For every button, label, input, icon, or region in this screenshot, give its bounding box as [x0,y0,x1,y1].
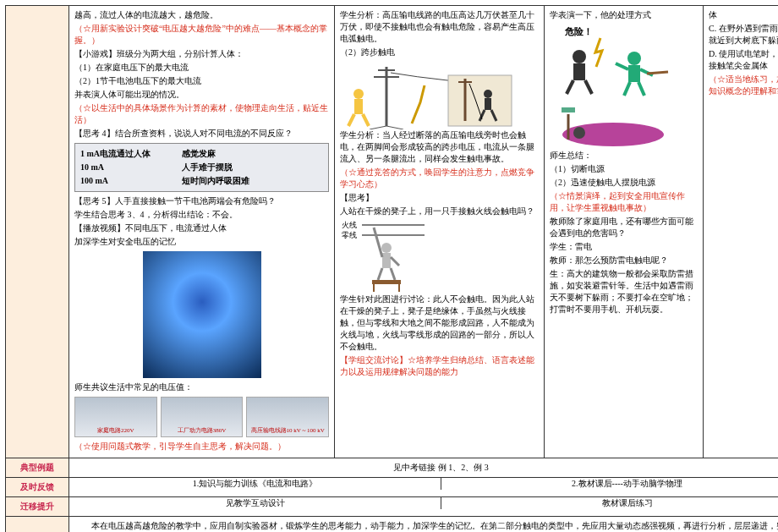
svg-point-31 [627,52,641,65]
c3-l8: 教师：那怎么预防雷电触电呢？ [550,255,698,266]
c3-l6: 教师除了家庭用电，还有哪些方面可能会遇到电的危害吗？ [550,216,698,239]
c1-l2: （☆用新实验设计突破“电压越大越危险”中的难点——基本概念的掌握。） [74,23,329,47]
c2-l3: 学生分析：当人经过断落的高压输电线旁时也会触电，在两脚间会形成较高的跨步电压，电… [340,129,539,165]
shock-cartoon: 危险！ [550,23,677,99]
svg-point-18 [381,243,392,253]
c1-l9: 【思考 5】人手直接接触一节干电池两端会有危险吗？ [74,195,329,207]
c1-l7: （☆以生活中的具体场景作为计算的素材，使物理走向生活，贴近生活） [74,102,329,126]
cap2: 工厂动力电路380V [162,427,243,436]
box-a1: 1 mA电流通过人体 [80,147,182,161]
row-transfer-wrap: 见教学互动设计 教材课后练习 [69,497,779,517]
c1-l4: （1）在家庭电压下的最大电流 [74,62,329,74]
reflection-p1: 本在电压越高越危险的教学中，应用自制实验器材，锻炼学生的思考能力，动手能力，加深… [74,520,778,532]
c1-l3: 【小游戏】班级分为两大组，分别计算人体： [74,48,329,60]
svg-point-39 [573,127,585,139]
row-label-transfer: 迁移提升 [6,497,69,517]
row-reflection-content: 本在电压越高越危险的教学中，应用自制实验器材，锻炼学生的思考能力，动手能力，加深… [69,517,779,533]
c4-l4: （☆适当地练习，加深对知识概念的理解和掌握） [709,74,778,97]
box-b3: 短时间内呼吸困难 [182,174,249,188]
feedback-left: 1.知识与能力训练《电流和电路》 [69,478,441,490]
svg-line-30 [585,80,592,94]
box-b2: 人手难于摆脱 [182,161,233,174]
svg-point-5 [353,89,364,99]
svg-line-35 [624,82,630,96]
svg-rect-6 [354,99,363,114]
c1-l8: 【思考 4】结合所查资料，说说人对不同电流的不同反应？ [74,128,329,140]
c3-l7: 学生：雷电 [550,241,698,253]
thumb-factory: 工厂动力电路380V [161,397,244,437]
c3-l2: 师生总结： [550,150,698,162]
c3-l4: （2）迅速使触电人摆脱电源 [550,177,698,189]
svg-line-8 [363,114,369,126]
c4-l3: D. 使用试电笔时，手可以接触笔尖金属体 [709,48,778,72]
c2-l7: 学生针对此图进行讨论：此人不会触电。因为此人站在干燥的凳子上，凳子是绝缘体，手虽… [340,293,539,353]
svg-line-36 [638,82,644,96]
svg-rect-41 [562,107,575,112]
feedback-right: 2.教材课后----动手动脑学物理 [441,478,778,490]
thumb-highvoltage: 高压输电线路10 kV～100 kV [246,397,329,437]
content-col-3: 学表演一下，他的处理方式 危险！ [545,6,704,458]
c1-l5: （2）1节干电池电压下的最大电流 [74,75,329,87]
row-label-feedback: 及时反馈 [6,478,69,497]
cap1: 家庭电路220V [75,427,156,436]
stool-figure: 火线 零线 [340,219,425,293]
svg-line-22 [378,268,382,280]
c4-l1: 体 [709,9,778,21]
row-label-reflection: 教学反思 [6,517,69,533]
c3-l5: （☆情景演绎，起到安全用电宣传作用，让学生重视触电事故） [550,190,698,214]
current-effect-table: 1 mA电流通过人体感觉发麻 10 mA人手难于摆脱 100 mA短时间内呼吸困… [74,143,329,192]
row-examples-content: 见中考链接 例 1、2、例 3 [69,458,779,478]
c1-l10: 学生结合思考 3、4，分析得出结论：不会。 [74,209,329,221]
step-voltage-figure [340,60,518,129]
c2-l8: 【学组交流讨论】☆培养学生归纳总结、语言表述能力以及运用规律解决问题的能力 [340,354,539,378]
content-col-2: 学生分析：高压输电线路的电压高达几万伏甚至几十万伏，即使不接触电也会有触电危险，… [335,6,545,458]
danger-label: 危险！ [564,26,593,36]
svg-point-12 [484,90,492,98]
svg-line-37 [647,72,668,74]
svg-rect-28 [573,63,585,80]
svg-line-20 [374,228,382,257]
transfer-right: 教材课后练习 [441,497,778,509]
human-body-electric-figure [143,251,261,378]
c1-l13: 师生共议生活中常见的电压值： [74,381,329,393]
c1-l1: 越高，流过人体的电流越大，越危险。 [74,9,329,21]
row-feedback-wrap: 1.知识与能力训练《电流和电路》 2.教材课后----动手动脑学物理 [69,478,779,497]
c1-l12: 加深学生对安全电压的记忆 [74,236,329,248]
box-a2: 10 mA [80,161,182,174]
c3-l1: 学表演一下，他的处理方式 [550,9,698,21]
voltage-examples-row: 家庭电路220V 工厂动力电路380V 高压输电线路10 kV～100 kV [74,397,329,437]
c2-l6: 人站在干燥的凳子上，用一只手接触火线会触电吗？ [340,206,539,217]
transfer-left: 见教学互动设计 [69,497,441,509]
cap3: 高压输电线路10 kV～100 kV [247,427,328,436]
box-a3: 100 mA [80,174,182,188]
c2-l5: 【思考】 [340,192,539,204]
row-header-blank [6,6,69,458]
c3-l3: （1）切断电源 [550,163,698,175]
c2-l2: （2）跨步触电 [340,47,539,58]
svg-rect-19 [382,253,391,268]
svg-rect-32 [628,65,640,82]
svg-line-29 [567,80,573,94]
svg-line-33 [616,63,628,69]
box-b1: 感觉发麻 [182,147,216,161]
c1-l11: 【播放视频】不同电压下，电流通过人体 [74,222,329,234]
c1-l6: 并表演人体可能出现的情况。 [74,89,329,101]
c2-l4: （☆通过竞答的方式，唤回学生的注意力，点燃竞争学习心态） [340,167,539,190]
lying-person-figure [550,99,677,150]
svg-line-7 [348,114,354,126]
svg-rect-13 [485,98,491,110]
content-col-4: 体 C. 在野外遇到雷雨天气应就近到大树底下躲雨 D. 使用试电笔时，手可以接触… [704,6,779,458]
svg-line-23 [391,268,395,280]
c4-l2: C. 在野外遇到雷雨天气应就近到大树底下躲雨 [709,23,778,47]
c1-l14: （☆使用问题式教学，引导学生自主思考，解决问题。） [74,441,329,452]
svg-line-21 [391,257,399,266]
label-neutral: 零线 [342,231,357,239]
content-col-1: 越高，流过人体的电流越大，越危险。 （☆用新实验设计突破“电压越大越危险”中的难… [69,6,335,458]
c3-l9: 生：高大的建筑物一般都会采取防雷措施，如安装避雷针等。生活中如遇雷雨天不要树下躲… [550,268,698,315]
svg-rect-24 [372,280,401,284]
label-fire: 火线 [342,221,357,229]
c2-l1: 学生分析：高压输电线路的电压高达几万伏甚至几十万伏，即使不接触电也会有触电危险，… [340,9,539,45]
thumb-home: 家庭电路220V [74,397,157,437]
svg-point-27 [573,50,586,63]
row-label-examples: 典型例题 [6,458,69,478]
